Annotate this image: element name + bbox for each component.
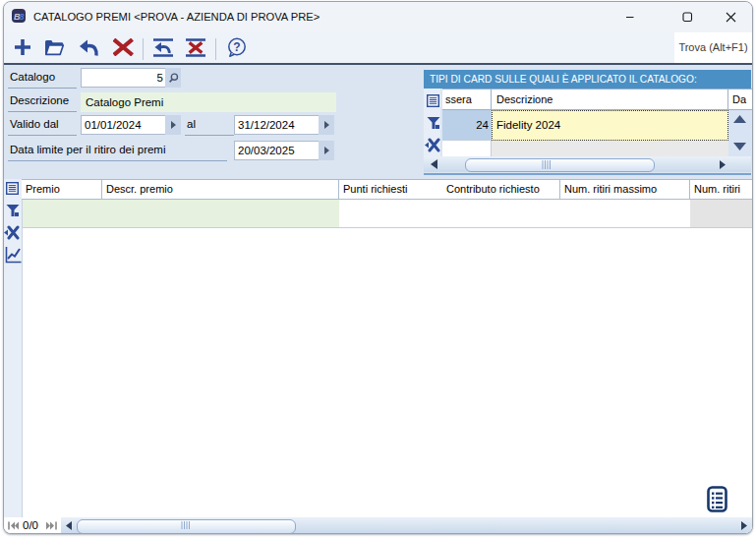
svg-text:8: 8	[20, 12, 25, 22]
svg-text:?: ?	[233, 40, 240, 54]
